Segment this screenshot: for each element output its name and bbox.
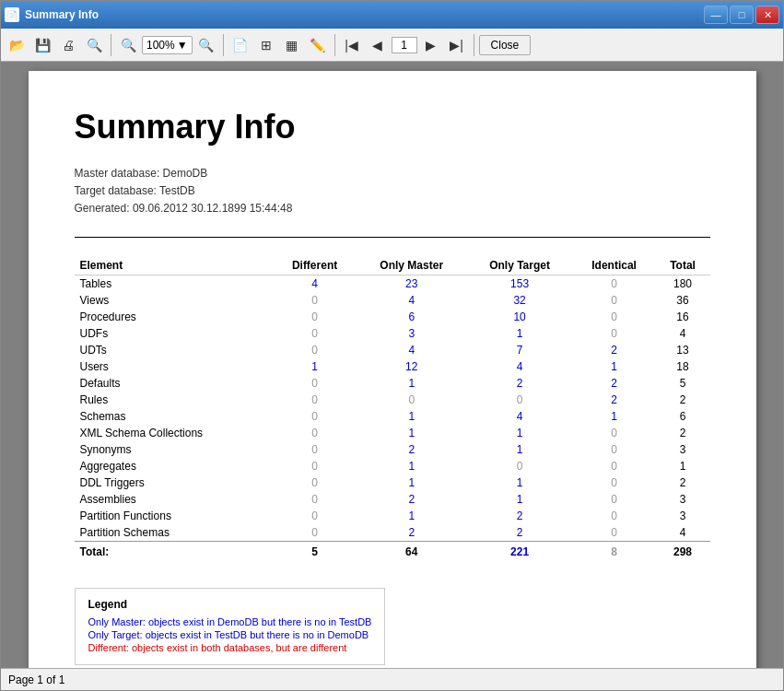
col-total: Total xyxy=(656,256,710,275)
row-only-master: 4 xyxy=(357,292,467,309)
search-button[interactable]: 🔍 xyxy=(82,33,106,57)
row-only-master: 12 xyxy=(357,358,467,375)
report-title: Summary Info xyxy=(75,108,710,146)
row-identical: 0 xyxy=(573,441,656,458)
col-element: Element xyxy=(75,256,274,275)
row-total: 2 xyxy=(656,392,710,408)
page-info: Page 1 of 1 xyxy=(8,673,64,686)
last-page-button[interactable]: ▶| xyxy=(445,33,469,57)
row-identical: 0 xyxy=(573,309,656,325)
row-only-target: 32 xyxy=(466,292,572,309)
target-db-label: Target database: TestDB xyxy=(75,182,710,200)
zoom-out-button[interactable]: 🔍 xyxy=(116,33,140,57)
title-bar: 📄 Summary Info — □ ✕ xyxy=(1,1,783,29)
total-row: Total: 5 64 221 8 298 xyxy=(75,541,710,560)
row-only-target: 153 xyxy=(466,275,572,292)
row-only-target: 1 xyxy=(466,325,572,342)
row-only-target: 7 xyxy=(466,342,572,358)
zoom-dropdown-icon[interactable]: ▼ xyxy=(177,39,188,52)
maximize-button[interactable]: □ xyxy=(730,6,754,24)
table-row: Rules00022 xyxy=(75,392,710,408)
row-identical: 2 xyxy=(573,392,656,408)
save-button[interactable]: 💾 xyxy=(30,33,54,57)
minimize-button[interactable]: — xyxy=(704,6,728,24)
legend-only-master: Only Master: objects exist in DemoDB but… xyxy=(88,616,372,627)
legend-box: Legend Only Master: objects exist in Dem… xyxy=(75,588,386,665)
row-identical: 0 xyxy=(573,491,656,508)
row-only-master: 1 xyxy=(357,375,467,392)
row-total: 16 xyxy=(656,309,710,325)
row-only-master: 6 xyxy=(357,309,467,325)
row-element: UDTs xyxy=(75,342,274,358)
row-element: DDL Triggers xyxy=(75,474,274,491)
row-total: 6 xyxy=(656,408,710,425)
row-only-target: 2 xyxy=(466,524,572,542)
row-total: 4 xyxy=(656,325,710,342)
open-button[interactable]: 📂 xyxy=(5,33,29,57)
table-row: Defaults01225 xyxy=(75,375,710,392)
row-only-target: 2 xyxy=(466,508,572,524)
row-total: 3 xyxy=(656,441,710,458)
page-layout-button[interactable]: 📄 xyxy=(228,33,252,57)
prev-page-button[interactable]: ◀ xyxy=(366,33,390,57)
row-identical: 0 xyxy=(573,458,656,474)
row-total: 2 xyxy=(656,474,710,491)
row-only-target: 1 xyxy=(466,425,572,441)
row-element: Views xyxy=(75,292,274,309)
row-only-master: 1 xyxy=(357,474,467,491)
zoom-in-button[interactable]: 🔍 xyxy=(194,33,218,57)
report-meta: Master database: DemoDB Target database:… xyxy=(75,165,710,218)
table-row: UDFs03104 xyxy=(75,325,710,342)
separator-4 xyxy=(474,34,474,56)
row-element: Defaults xyxy=(75,375,274,392)
table-row: UDTs047213 xyxy=(75,342,710,358)
row-different: 4 xyxy=(273,275,357,292)
row-element: Partition Schemas xyxy=(75,524,274,542)
row-total: 4 xyxy=(656,524,710,542)
total-identical: 8 xyxy=(573,541,656,560)
zoom-selector[interactable]: 100% ▼ xyxy=(142,36,193,54)
row-different: 0 xyxy=(273,342,357,358)
row-identical: 0 xyxy=(573,325,656,342)
row-only-target: 4 xyxy=(466,358,572,375)
row-element: Tables xyxy=(75,275,274,292)
row-element: Users xyxy=(75,358,274,375)
col-different: Different xyxy=(273,256,357,275)
grid-button[interactable]: ▦ xyxy=(280,33,304,57)
row-element: Aggregates xyxy=(75,458,274,474)
row-different: 0 xyxy=(273,508,357,524)
generated-label: Generated: 09.06.2012 30.12.1899 15:44:4… xyxy=(75,200,710,217)
scroll-area[interactable]: Summary Info Master database: DemoDB Tar… xyxy=(1,62,783,668)
legend-only-target: Only Target: objects exist in TestDB but… xyxy=(88,629,372,640)
row-element: Synonyms xyxy=(75,441,274,458)
row-only-master: 2 xyxy=(357,441,467,458)
first-page-button[interactable]: |◀ xyxy=(340,33,364,57)
close-report-button[interactable]: Close xyxy=(479,35,532,55)
columns-button[interactable]: ⊞ xyxy=(254,33,278,57)
row-different: 0 xyxy=(273,292,357,309)
total-total: 298 xyxy=(656,541,710,560)
table-row: Views0432036 xyxy=(75,292,710,309)
table-row: Users1124118 xyxy=(75,358,710,375)
row-identical: 1 xyxy=(573,358,656,375)
table-row: Schemas01416 xyxy=(75,408,710,425)
row-only-master: 2 xyxy=(357,491,467,508)
row-identical: 0 xyxy=(573,508,656,524)
report-divider xyxy=(75,237,710,238)
col-only-target: Only Target xyxy=(466,256,572,275)
table-row: Partition Functions01203 xyxy=(75,508,710,524)
row-identical: 2 xyxy=(573,375,656,392)
toolbar: 📂 💾 🖨 🔍 🔍 100% ▼ 🔍 📄 ⊞ ▦ ✏️ |◀ ◀ ▶ ▶| Cl… xyxy=(1,29,783,62)
row-only-master: 4 xyxy=(357,342,467,358)
next-page-button[interactable]: ▶ xyxy=(419,33,443,57)
row-identical: 0 xyxy=(573,425,656,441)
row-identical: 0 xyxy=(573,524,656,542)
window-close-button[interactable]: ✕ xyxy=(755,6,779,24)
print-button[interactable]: 🖨 xyxy=(56,33,80,57)
row-only-master: 2 xyxy=(357,524,467,542)
edit-button[interactable]: ✏️ xyxy=(306,33,330,57)
row-identical: 0 xyxy=(573,275,656,292)
page-number-input[interactable] xyxy=(392,37,417,53)
table-row: Aggregates01001 xyxy=(75,458,710,474)
row-total: 13 xyxy=(656,342,710,358)
